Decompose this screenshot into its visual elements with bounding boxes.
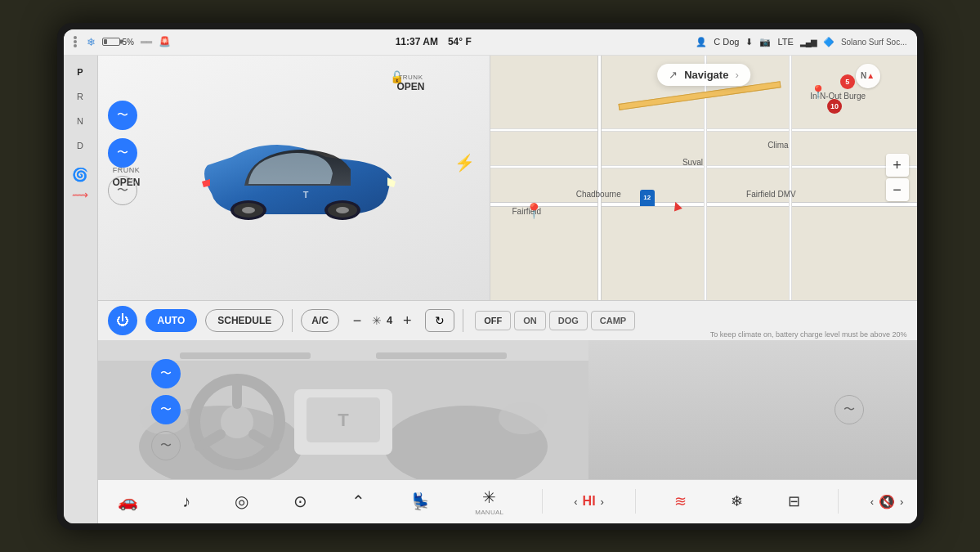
seat-section: T [98,340,917,479]
svg-point-22 [499,402,548,434]
seat-icon-1: 〜 [117,108,128,123]
map-badge-5: 5 [840,74,855,89]
apps-bottom-icon: ⌃ [351,491,365,511]
seat-controls-left: 〜 〜 〜 [108,101,137,205]
auto-label: AUTO [158,315,186,326]
download-icon: ⬇ [745,37,753,47]
recirculate-button[interactable]: ↻ [425,309,454,332]
bottom-bar: 🚗 ♪ ◎ ⊙ ⌃ 💺 [98,479,917,523]
right-seat-icon: 〜 [844,402,855,417]
sidebar-btn-4[interactable]: D [68,136,92,155]
ac-button[interactable]: A/C [301,309,339,332]
temp-control: ‹ HI › [574,494,604,509]
svg-text:T: T [338,410,349,430]
snowflake-icon: ❄ [87,36,96,48]
bluetooth-icon: 🔷 [823,37,835,47]
sidebar-btn-3[interactable]: N [68,111,92,131]
content-wrapper: 🔓 TRUNK OPEN ⚡ FRUNK OPEN [98,56,917,523]
map-label-suval: Suval [682,158,703,167]
climate-power-button[interactable]: ⏻ [108,306,137,335]
car-panel: 🔓 TRUNK OPEN ⚡ FRUNK OPEN [98,56,491,300]
vol-right-arrow-icon[interactable]: › [900,496,903,508]
status-right: 👤 C Dog ⬇ 📷 LTE ▂▄▆ 🔷 Solano Surf Soc... [696,37,906,47]
seat-icon-2: 〜 [117,146,128,160]
climate-divider-1 [292,309,293,332]
left-sidebar: P R N D 🌀 ⟿ [64,56,98,523]
seat-heat-btn-mid[interactable]: 〜 [151,395,181,424]
temp-right-arrow-icon[interactable]: › [601,496,604,508]
bottom-car-btn[interactable]: 🚗 [111,488,145,514]
rear-defrost-icon: ⊟ [788,492,800,510]
auto-button[interactable]: AUTO [145,309,198,332]
defrost-btn[interactable]: ❄ [724,489,750,514]
p-icon: P [77,67,83,77]
schedule-button[interactable]: SCHEDULE [205,309,284,332]
status-bar: ❄ 5% ══ 🚨 11:37 AM 54° F 👤 C Dog ⬇ 📷 LTE… [64,29,917,56]
navigate-chevron-icon: › [735,69,738,81]
bottom-divider-2 [635,489,636,514]
bottom-divider-1 [542,489,543,514]
fan-bottom-icon: ✳ [482,487,496,507]
seat-btn-1[interactable]: 〜 [108,101,137,130]
navigate-bar[interactable]: ↗ Navigate › [657,64,750,86]
dog-button[interactable]: DOG [549,311,588,330]
seat-heat-btn[interactable]: ≋ [668,489,693,514]
climate-note: To keep climate on, battery charge level… [710,330,907,339]
fan-speed-icon: ✳ [372,314,382,327]
fan-level: 4 [387,314,392,326]
seat-heat-mid-icon: 〜 [160,402,172,417]
screen-bezel: ❄ 5% ══ 🚨 11:37 AM 54° F 👤 C Dog ⬇ 📷 LTE… [57,23,924,530]
power-icon: ⏻ [116,313,129,328]
main-area: P R N D 🌀 ⟿ [64,56,917,523]
bottom-media-btn[interactable]: ◎ [228,488,255,514]
map-pin-red-1: 📍 [810,84,826,100]
off-button[interactable]: OFF [475,311,511,330]
svg-rect-19 [180,352,311,359]
rear-defrost-btn[interactable]: ⊟ [781,489,807,514]
camp-button[interactable]: CAMP [591,311,635,330]
on-button[interactable]: ON [514,311,546,330]
sidebar-btn-1[interactable]: P [68,62,92,82]
bottom-divider-3 [838,489,839,514]
map-label-chadbourne: Chadbourne [576,190,621,199]
seat-btn-2[interactable]: 〜 [108,138,137,168]
speed-limits: ══ [141,38,152,47]
status-indicators [74,36,77,47]
wipers-icon: ⟿ [72,188,88,201]
screen: ❄ 5% ══ 🚨 11:37 AM 54° F 👤 C Dog ⬇ 📷 LTE… [64,29,917,523]
status-left: ❄ 5% ══ 🚨 [74,36,172,48]
bottom-fan-btn[interactable]: ✳ MANUAL [468,484,510,519]
seat-heat-high-icon: 〜 [160,366,172,381]
map-badge-10: 10 [827,99,842,114]
user-icon: 👤 [696,37,707,47]
music-bottom-icon: ♪ [182,492,190,511]
zoom-out-button[interactable]: − [886,178,909,201]
bottom-seat-btn[interactable]: 💺 [404,488,437,514]
bottom-music-btn[interactable]: ♪ [176,489,197,514]
off-label: OFF [484,316,502,325]
indicator-icons: 🚨 [159,36,171,47]
fan-minus-icon: − [353,313,362,328]
climate-divider-2 [463,309,463,332]
bottom-apps-btn[interactable]: ⌃ [345,488,372,514]
zoom-in-button[interactable]: + [886,154,909,177]
bottom-nav-btn[interactable]: ⊙ [287,488,314,514]
fan-plus-button[interactable]: + [397,311,417,330]
media-bottom-icon: ◎ [235,491,248,511]
map-compass[interactable]: N ▲ [856,64,880,88]
map-panel[interactable]: 12 ↗ Navigate › N ▲ [490,56,916,300]
seat-heat-btn-high[interactable]: 〜 [151,359,181,388]
ac-label: A/C [311,315,329,326]
temp-left-arrow-icon[interactable]: ‹ [574,496,577,508]
vol-left-arrow-icon[interactable]: ‹ [870,496,874,508]
fan-minus-button[interactable]: − [347,311,367,330]
vol-icon: 🔇 [879,494,895,509]
right-seat-control[interactable]: 〜 [835,395,864,424]
fan-sidebar-icon: 🌀 [72,168,88,182]
seat-heat-btn-low[interactable]: 〜 [151,431,181,460]
upper-panels: 🔓 TRUNK OPEN ⚡ FRUNK OPEN [98,56,917,300]
wifi-label: Solano Surf Soc... [841,38,907,47]
seat-btn-3[interactable]: 〜 [108,176,137,205]
sidebar-btn-2[interactable]: R [68,87,92,106]
status-center: 11:37 AM 54° F [396,36,472,47]
